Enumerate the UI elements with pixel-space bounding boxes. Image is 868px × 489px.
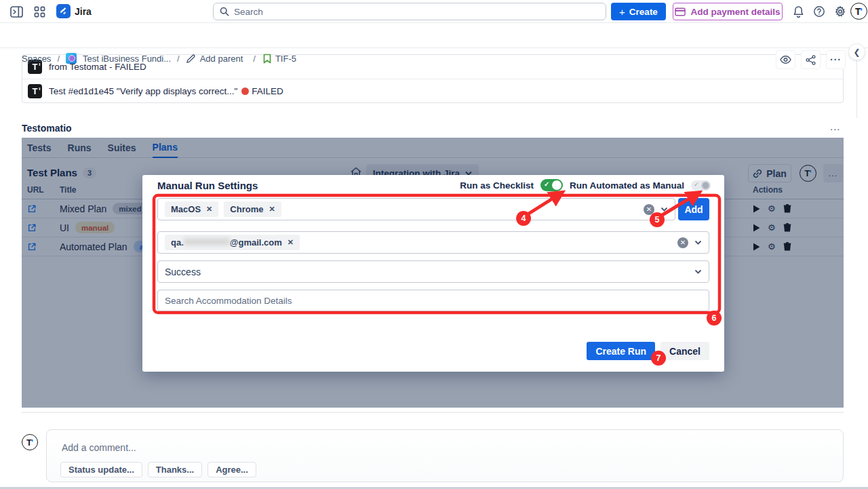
breadcrumb-project[interactable]: Test iBusiness Fundi... <box>83 54 171 64</box>
share-icon[interactable] <box>801 50 821 69</box>
environment-multiselect[interactable]: MacOS✕ Chrome✕ ✕ <box>157 198 675 220</box>
redacted-email-segment <box>184 238 230 246</box>
global-search-input[interactable]: Search <box>213 3 606 20</box>
annotation-badge-5: 5 <box>650 212 665 227</box>
manual-run-settings-modal: Manual Run Settings Run as Checklist ✓ R… <box>142 175 724 372</box>
search-input-placeholder: Search Accommodation Details <box>165 296 292 306</box>
linked-test-row[interactable]: T Test #ed1d1e45 "Verify app displays co… <box>22 79 843 102</box>
run-automated-as-manual-toggle[interactable]: ✓ <box>691 180 711 191</box>
cancel-button[interactable]: Cancel <box>660 342 709 360</box>
bookmark-icon <box>263 54 271 64</box>
help-icon[interactable] <box>812 4 827 19</box>
testomatio-section-title: Testomatio <box>22 123 72 134</box>
chevron-down-icon <box>694 269 702 274</box>
annotation-badge-4: 4 <box>516 211 531 226</box>
assignee-chip: qa.@gmail.com✕ <box>165 235 300 250</box>
sidebar-toggle-icon[interactable] <box>9 4 24 19</box>
breadcrumb-bar: Spaces / Test iBusiness Fundi... / Add p… <box>0 23 868 48</box>
remove-tag-icon[interactable]: ✕ <box>288 238 294 247</box>
edit-pencil-icon <box>186 54 196 64</box>
annotation-badge-6: 6 <box>707 311 722 326</box>
remove-tag-icon[interactable]: ✕ <box>269 205 275 214</box>
annotation-badge-7: 7 <box>651 351 666 366</box>
add-environment-button[interactable]: Add <box>678 198 709 220</box>
app-switcher-icon[interactable] <box>32 4 47 19</box>
create-run-button[interactable]: Create Run <box>587 342 655 360</box>
breadcrumb-spaces[interactable]: Spaces <box>22 54 51 64</box>
breadcrumb-add-parent[interactable]: Add parent <box>200 54 243 64</box>
credit-card-icon <box>675 7 686 16</box>
chevron-down-icon[interactable] <box>694 240 702 245</box>
more-actions-icon[interactable]: ··· <box>826 50 846 69</box>
collapse-panel-button[interactable]: ❮ <box>848 43 865 60</box>
modal-title: Manual Run Settings <box>157 180 258 191</box>
user-avatar[interactable]: T' <box>850 3 867 20</box>
breadcrumb-issue-key[interactable]: TIF-5 <box>275 54 296 64</box>
plus-icon: + <box>619 6 625 18</box>
remove-tag-icon[interactable]: ✕ <box>206 205 212 214</box>
jira-logo-icon[interactable] <box>56 4 71 18</box>
settings-gear-icon[interactable] <box>833 4 848 19</box>
watch-eye-icon[interactable] <box>776 50 795 69</box>
assignee-multiselect[interactable]: qa.@gmail.com✕ ✕ <box>157 231 709 254</box>
run-automated-as-manual-label: Run Automated as Manual <box>570 180 684 191</box>
comment-user-avatar: T' <box>22 434 38 450</box>
top-navigation-bar: Jira Search + Create Add payment details… <box>0 0 868 23</box>
failed-status-dot <box>241 87 249 95</box>
run-as-checklist-toggle[interactable]: ✓ <box>540 179 563 191</box>
app-title: Jira <box>75 6 92 17</box>
search-icon <box>220 7 229 16</box>
quick-reply-thanks[interactable]: Thanks... <box>148 462 202 477</box>
breadcrumb: Spaces / Test iBusiness Fundi... / Add p… <box>22 53 296 64</box>
notifications-bell-icon[interactable] <box>791 4 806 19</box>
env-tag-chrome: Chrome✕ <box>224 201 281 217</box>
linked-test-text: Test #ed1d1e45 "Verify app displays corr… <box>49 86 283 96</box>
quick-reply-status-update[interactable]: Status update... <box>60 462 142 477</box>
create-button[interactable]: + Create <box>611 3 666 20</box>
env-tag-macos: MacOS✕ <box>165 201 218 217</box>
quick-reply-agree[interactable]: Agree... <box>208 462 256 477</box>
comment-divider <box>22 412 844 413</box>
comment-box[interactable]: Add a comment... Status update... Thanks… <box>46 429 844 482</box>
chevron-down-icon[interactable] <box>660 207 668 212</box>
clear-field-icon[interactable]: ✕ <box>677 237 688 248</box>
accommodation-search-input[interactable]: Search Accommodation Details <box>157 290 709 311</box>
testomat-logo-icon: T <box>28 84 42 98</box>
section-more-icon[interactable]: ... <box>830 121 841 132</box>
run-as-checklist-label: Run as Checklist <box>460 180 534 191</box>
add-payment-details-button[interactable]: Add payment details <box>673 3 783 20</box>
status-select[interactable]: Success <box>157 260 709 283</box>
project-avatar-icon <box>66 53 77 64</box>
status-select-value: Success <box>165 267 201 277</box>
search-placeholder: Search <box>234 7 263 17</box>
comment-placeholder: Add a comment... <box>62 442 136 453</box>
